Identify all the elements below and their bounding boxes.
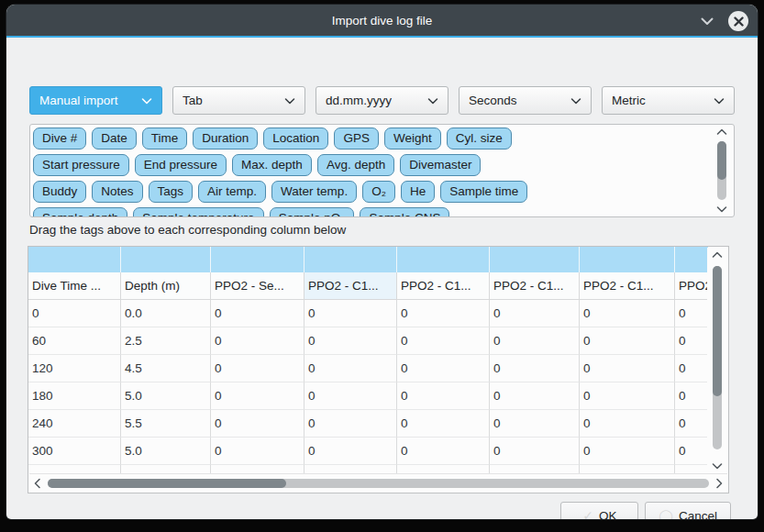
- chevron-down-icon: [284, 97, 295, 105]
- combo-value: Metric: [612, 94, 714, 107]
- chevron-down-icon: [427, 97, 438, 105]
- combo-value: Manual import: [39, 94, 141, 107]
- field-tag[interactable]: Notes: [92, 181, 142, 203]
- column-header[interactable]: Depth (m): [121, 272, 211, 300]
- field-tag[interactable]: Air temp.: [198, 181, 266, 203]
- field-tag[interactable]: Start pressure: [33, 154, 129, 176]
- field-separator-select[interactable]: Tab: [172, 86, 305, 115]
- field-tag[interactable]: Sample time: [440, 181, 527, 203]
- table-grid: Dive Time ...Depth (m)PPO2 - Se...PPO2 -…: [28, 247, 708, 474]
- titlebar: Import dive log file: [6, 5, 758, 38]
- table-vertical-scrollbar[interactable]: [707, 248, 727, 473]
- titlebar-buttons: [699, 5, 748, 38]
- import-options-toolbar: Manual importTabdd.mm.yyyySecondsMetric: [29, 86, 735, 115]
- tag-pool-scrollbar[interactable]: [714, 128, 730, 215]
- column-header[interactable]: PPO2 - Se...: [211, 272, 304, 300]
- field-tag[interactable]: Cyl. size: [447, 127, 512, 150]
- combo-value: Seconds: [469, 94, 570, 107]
- table-cell: 0: [304, 300, 397, 327]
- column-header[interactable]: PPO2 - C1...: [397, 272, 490, 300]
- table-row: 00.0000000: [28, 300, 708, 327]
- field-tag[interactable]: O₂: [362, 181, 395, 203]
- units-select[interactable]: Metric: [602, 86, 735, 115]
- cancel-button[interactable]: ◯ Cancel: [645, 502, 731, 519]
- table-cell: 0: [397, 438, 490, 465]
- table-cell: 0: [490, 300, 580, 327]
- scrollbar-thumb[interactable]: [713, 266, 722, 396]
- tag-rows: Dive #DateTimeDurationLocationGPSWeightC…: [33, 127, 710, 216]
- table-cell: 0: [675, 410, 708, 438]
- column-drop-target[interactable]: [580, 247, 675, 272]
- table-cell: 120: [28, 355, 121, 382]
- table-row: 3005.0000000: [28, 438, 708, 465]
- scrollbar-track[interactable]: [48, 479, 709, 488]
- table-cell: 0: [304, 438, 397, 465]
- column-drop-target[interactable]: [304, 247, 397, 272]
- table-cell: 4.5: [121, 355, 211, 382]
- field-tag[interactable]: Location: [263, 127, 328, 150]
- close-icon: [734, 17, 744, 27]
- column-drop-target[interactable]: [490, 247, 580, 272]
- column-drop-target[interactable]: [211, 247, 304, 272]
- field-tag[interactable]: Sample pO₂: [270, 207, 355, 216]
- scroll-up-icon[interactable]: [707, 251, 727, 259]
- table-cell: 0: [397, 355, 490, 382]
- table-cell: 60: [28, 327, 121, 355]
- scroll-left-icon[interactable]: [29, 478, 46, 489]
- column-header[interactable]: PPO2 - C1...: [304, 272, 397, 300]
- field-tag[interactable]: Avg. depth: [317, 154, 394, 176]
- column-drop-target[interactable]: [397, 247, 490, 272]
- field-tag[interactable]: Tags: [149, 181, 194, 203]
- field-tag[interactable]: Sample CNS: [360, 207, 449, 216]
- field-tag[interactable]: Divemaster: [400, 154, 481, 176]
- ok-button[interactable]: ✓ OK: [560, 502, 638, 519]
- scroll-down-icon[interactable]: [707, 462, 727, 470]
- field-tag[interactable]: Weight: [384, 127, 441, 150]
- table-cell: 0: [211, 410, 304, 438]
- tag-pool: Dive #DateTimeDurationLocationGPSWeightC…: [29, 124, 735, 217]
- field-tag[interactable]: Duration: [193, 127, 258, 150]
- scroll-down-icon[interactable]: [714, 205, 730, 213]
- column-drop-target[interactable]: [121, 247, 211, 272]
- table-cell: 0: [211, 327, 304, 355]
- column-header[interactable]: PPO2 - C1...: [490, 272, 580, 300]
- field-tag[interactable]: He: [401, 181, 435, 203]
- column-header[interactable]: PPO2: [675, 272, 708, 300]
- table-cell: 300: [28, 438, 121, 465]
- table-row: [28, 247, 708, 272]
- duration-format-select[interactable]: Seconds: [459, 86, 592, 115]
- field-tag[interactable]: Sample depth: [33, 207, 127, 216]
- column-drop-target[interactable]: [28, 247, 121, 272]
- table-horizontal-scrollbar[interactable]: [29, 473, 727, 492]
- dialog-buttons: ✓ OK ◯ Cancel: [560, 502, 731, 519]
- field-tag[interactable]: Buddy: [33, 181, 86, 203]
- table-cell: 0: [211, 438, 304, 465]
- column-header[interactable]: Dive Time ...: [28, 272, 121, 300]
- field-tag[interactable]: Max. depth: [232, 154, 312, 176]
- table-cell: 0: [580, 300, 675, 327]
- scrollbar-thumb[interactable]: [717, 141, 726, 180]
- table-cell: 0: [675, 355, 708, 382]
- field-tag[interactable]: GPS: [334, 127, 379, 150]
- field-tag[interactable]: Sample temperature: [133, 207, 263, 216]
- table-cell: 0: [490, 355, 580, 382]
- table-cell: 0: [580, 410, 675, 438]
- scroll-right-icon[interactable]: [711, 478, 727, 489]
- date-format-select[interactable]: dd.mm.yyyy: [316, 86, 448, 115]
- table-cell: 0: [490, 327, 580, 355]
- table-cell: 0: [675, 327, 708, 355]
- import-mode-select[interactable]: Manual import: [29, 86, 162, 115]
- field-tag[interactable]: Dive #: [33, 127, 86, 150]
- field-tag[interactable]: Water temp.: [271, 181, 357, 203]
- field-tag[interactable]: End pressure: [135, 154, 227, 176]
- field-tag[interactable]: Date: [92, 127, 137, 150]
- table-cell: 0: [490, 438, 580, 465]
- close-button[interactable]: [728, 11, 748, 31]
- scrollbar-thumb[interactable]: [48, 479, 286, 488]
- scroll-up-icon[interactable]: [714, 128, 730, 136]
- table-cell: 0.0: [121, 300, 211, 327]
- column-drop-target[interactable]: [675, 247, 708, 272]
- field-tag[interactable]: Time: [142, 127, 188, 150]
- chevron-down-icon[interactable]: [699, 13, 715, 29]
- column-header[interactable]: PPO2 - C1...: [580, 272, 675, 300]
